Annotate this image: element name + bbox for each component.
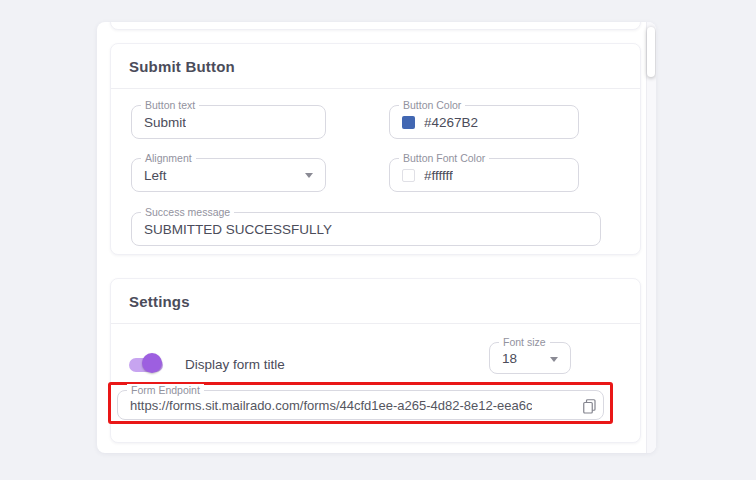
- scrollbar-thumb[interactable]: [647, 27, 655, 77]
- chevron-down-icon: [550, 357, 558, 362]
- scrollbar-track[interactable]: [646, 22, 656, 453]
- button-text-label: Button text: [141, 99, 199, 112]
- button-text-input[interactable]: Button text Submit: [131, 105, 326, 139]
- button-color-value: #4267B2: [424, 115, 478, 130]
- settings-card-header: Settings: [111, 279, 640, 324]
- alignment-value: Left: [144, 168, 167, 183]
- font-size-select[interactable]: Font size 18: [489, 342, 571, 374]
- form-endpoint-value: https://forms.sit.mailrado.com/forms/44c…: [130, 398, 532, 413]
- button-font-color-value: #ffffff: [424, 168, 453, 183]
- button-color-swatch[interactable]: [402, 116, 415, 129]
- success-message-input[interactable]: Success message SUBMITTED SUCCESSFULLY: [131, 212, 601, 246]
- button-color-input[interactable]: Button Color #4267B2: [389, 105, 579, 139]
- submit-button-card-title: Submit Button: [129, 58, 235, 75]
- display-form-title-label: Display form title: [185, 355, 285, 375]
- settings-card: Settings Display form title Font size 18…: [110, 278, 641, 443]
- alignment-label: Alignment: [141, 152, 196, 165]
- button-text-value: Submit: [144, 115, 186, 130]
- toggle-thumb: [142, 353, 162, 373]
- chevron-down-icon: [305, 173, 313, 178]
- alignment-select[interactable]: Alignment Left: [131, 158, 326, 192]
- content-panel: Submit Button Button text Submit Button …: [97, 22, 656, 453]
- button-color-label: Button Color: [399, 99, 465, 112]
- submit-button-card-header: Submit Button: [111, 44, 640, 89]
- form-endpoint-label: Form Endpoint: [127, 384, 204, 397]
- copy-icon[interactable]: [583, 399, 596, 414]
- display-form-title-toggle[interactable]: [129, 355, 169, 375]
- button-font-color-input[interactable]: Button Font Color #ffffff: [389, 158, 579, 192]
- success-message-value: SUBMITTED SUCCESSFULLY: [144, 222, 332, 237]
- submit-button-card: Submit Button Button text Submit Button …: [110, 43, 641, 255]
- red-highlight-annotation: Form Endpoint https://forms.sit.mailrado…: [108, 382, 613, 424]
- button-font-color-swatch[interactable]: [402, 169, 415, 182]
- previous-card-partial: [110, 22, 641, 30]
- settings-card-title: Settings: [129, 293, 190, 310]
- page-background: Submit Button Button text Submit Button …: [0, 0, 756, 480]
- button-font-color-label: Button Font Color: [399, 152, 489, 165]
- font-size-label: Font size: [499, 336, 550, 349]
- success-message-label: Success message: [141, 206, 234, 219]
- form-endpoint-input[interactable]: Form Endpoint https://forms.sit.mailrado…: [117, 390, 604, 420]
- font-size-value: 18: [502, 351, 517, 366]
